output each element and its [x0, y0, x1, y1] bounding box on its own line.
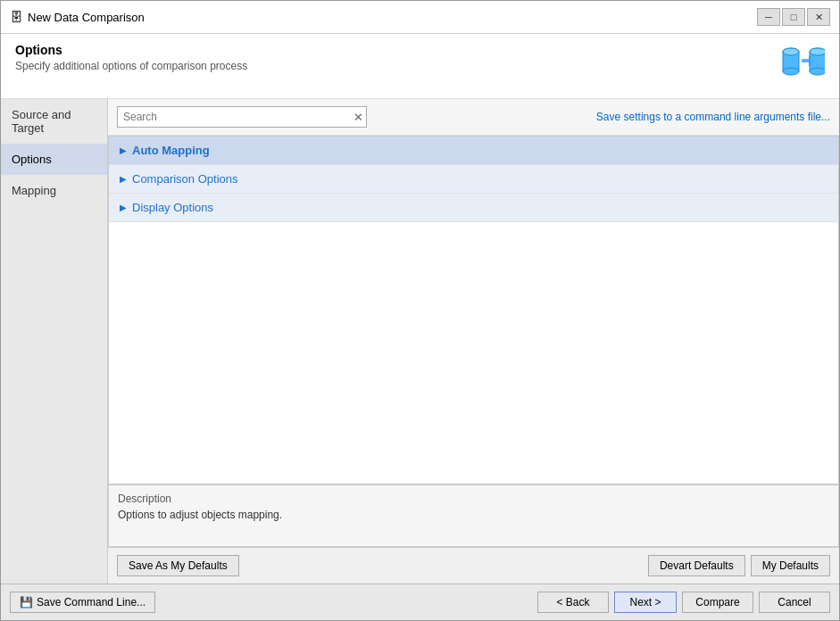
- description-label: Description: [118, 493, 829, 505]
- description-section: Description Options to adjust objects ma…: [108, 484, 839, 547]
- back-button[interactable]: < Back: [537, 592, 609, 613]
- maximize-button[interactable]: □: [782, 8, 805, 26]
- sidebar-item-mapping[interactable]: Mapping: [1, 175, 107, 206]
- option-group-comparison-options: ▶ Comparison Options: [109, 165, 838, 194]
- svg-point-2: [783, 68, 799, 75]
- header-info: Options Specify additional options of co…: [15, 43, 247, 72]
- options-list: ▶ Auto Mapping ▶ Comparison Options ▶ Di…: [108, 136, 839, 484]
- option-group-label-comparison-options: Comparison Options: [132, 172, 238, 186]
- description-text: Options to adjust objects mapping.: [118, 509, 829, 521]
- save-settings-link[interactable]: Save settings to a command line argument…: [596, 111, 830, 123]
- option-group-label-auto-mapping: Auto Mapping: [132, 144, 210, 157]
- option-group-display-options: ▶ Display Options: [109, 194, 838, 222]
- sidebar-item-options[interactable]: Options: [1, 144, 107, 175]
- title-bar-left: 🗄 New Data Comparison: [10, 10, 145, 24]
- devart-defaults-button[interactable]: Devart Defaults: [648, 555, 745, 576]
- next-button[interactable]: Next >: [614, 592, 677, 613]
- footer-bar: 💾 Save Command Line... < Back Next > Com…: [1, 584, 839, 620]
- sidebar: Source and Target Options Mapping: [1, 99, 108, 584]
- database-compare-icon: [778, 43, 825, 89]
- expand-arrow-comparison-options: ▶: [120, 174, 127, 184]
- sidebar-item-source-and-target[interactable]: Source and Target: [1, 99, 107, 144]
- option-group-label-display-options: Display Options: [132, 201, 213, 214]
- save-as-my-defaults-button[interactable]: Save As My Defaults: [117, 555, 239, 576]
- svg-point-6: [810, 68, 825, 75]
- svg-point-7: [810, 48, 825, 55]
- content-area: ✕ Save settings to a command line argume…: [108, 99, 839, 584]
- header-section: Options Specify additional options of co…: [1, 34, 839, 99]
- option-group-auto-mapping: ▶ Auto Mapping: [109, 137, 838, 165]
- close-button[interactable]: ✕: [807, 8, 830, 26]
- window-title: New Data Comparison: [28, 11, 145, 24]
- header-subtitle: Specify additional options of comparison…: [15, 60, 247, 72]
- compare-button[interactable]: Compare: [682, 592, 753, 613]
- header-db-icon: [778, 43, 825, 89]
- cancel-button[interactable]: Cancel: [759, 592, 830, 613]
- search-bar: ✕ Save settings to a command line argume…: [108, 99, 839, 136]
- minimize-button[interactable]: ─: [757, 8, 780, 26]
- defaults-row: Save As My Defaults Devart Defaults My D…: [108, 547, 839, 584]
- defaults-left: Save As My Defaults: [117, 555, 239, 576]
- my-defaults-button[interactable]: My Defaults: [751, 555, 830, 576]
- option-group-header-auto-mapping[interactable]: ▶ Auto Mapping: [109, 137, 838, 164]
- save-disk-icon: 💾: [20, 596, 33, 609]
- main-window: 🗄 New Data Comparison ─ □ ✕ Options Spec…: [0, 0, 840, 621]
- footer-left: 💾 Save Command Line...: [10, 592, 155, 613]
- defaults-right: Devart Defaults My Defaults: [648, 555, 830, 576]
- search-input[interactable]: [117, 106, 367, 128]
- search-clear-button[interactable]: ✕: [353, 112, 363, 123]
- title-icon: 🗄: [10, 10, 22, 24]
- title-bar-buttons: ─ □ ✕: [757, 8, 830, 26]
- option-group-header-comparison-options[interactable]: ▶ Comparison Options: [109, 165, 838, 193]
- option-group-header-display-options[interactable]: ▶ Display Options: [109, 194, 838, 221]
- footer-right: < Back Next > Compare Cancel: [537, 592, 830, 613]
- expand-arrow-display-options: ▶: [120, 203, 127, 212]
- title-bar: 🗄 New Data Comparison ─ □ ✕: [1, 1, 839, 34]
- main-content: Source and Target Options Mapping ✕ Save…: [1, 99, 839, 584]
- svg-point-3: [783, 48, 799, 55]
- save-command-line-button[interactable]: 💾 Save Command Line...: [10, 592, 155, 613]
- expand-arrow-auto-mapping: ▶: [120, 145, 127, 155]
- search-input-wrapper: ✕: [117, 106, 367, 128]
- header-title: Options: [15, 43, 247, 57]
